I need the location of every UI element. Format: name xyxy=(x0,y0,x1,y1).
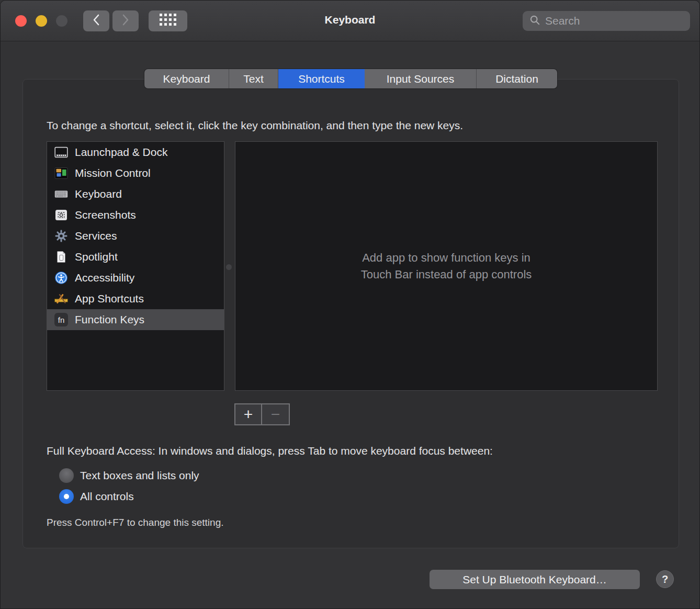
accessibility-icon xyxy=(54,271,68,285)
screenshots-icon xyxy=(54,208,68,222)
radio-option-text-boxes[interactable]: Text boxes and lists only xyxy=(59,468,199,483)
radio-option-all-controls[interactable]: All controls xyxy=(59,489,134,504)
list-item-function-keys[interactable]: fn Function Keys xyxy=(47,309,224,330)
add-app-button[interactable]: + xyxy=(235,404,262,424)
list-item-screenshots[interactable]: Screenshots xyxy=(47,205,224,225)
list-item-label: Accessibility xyxy=(75,272,134,284)
radio-button[interactable] xyxy=(59,489,74,504)
list-item-app-shortcuts[interactable]: App Shortcuts xyxy=(47,288,224,309)
remove-app-button: − xyxy=(262,404,289,424)
shortcuts-instruction-text: To change a shortcut, select it, click t… xyxy=(47,119,463,132)
launchpad-dock-icon xyxy=(54,145,68,159)
search-field[interactable] xyxy=(523,11,690,31)
list-item-label: App Shortcuts xyxy=(75,292,144,305)
setup-bluetooth-keyboard-button[interactable]: Set Up Bluetooth Keyboard… xyxy=(430,570,640,589)
list-item-label: Screenshots xyxy=(75,209,136,221)
tab-input-sources[interactable]: Input Sources xyxy=(365,69,477,88)
tab-keyboard[interactable]: Keyboard xyxy=(144,69,229,88)
list-item-label: Launchpad & Dock xyxy=(75,146,167,159)
list-item-label: Services xyxy=(75,230,117,242)
help-button[interactable]: ? xyxy=(656,570,674,588)
add-remove-button-group: + − xyxy=(234,403,290,425)
list-item-label: Spotlight xyxy=(75,251,118,263)
list-item-label: Mission Control xyxy=(75,167,151,179)
tab-dictation[interactable]: Dictation xyxy=(477,69,557,88)
control-f7-hint: Press Control+F7 to change this setting. xyxy=(47,517,223,528)
list-item-services[interactable]: Services xyxy=(47,225,224,246)
keyboard-icon xyxy=(54,187,68,201)
pane-splitter-handle[interactable] xyxy=(226,264,232,270)
fn-badge-icon: fn xyxy=(54,313,68,326)
list-item-spotlight[interactable]: Spotlight xyxy=(47,246,224,267)
function-keys-detail-panel: Add app to show function keys in Touch B… xyxy=(235,141,658,391)
radio-label: All controls xyxy=(80,490,134,503)
list-item-keyboard[interactable]: Keyboard xyxy=(47,184,224,205)
empty-state-message: Add app to show function keys in Touch B… xyxy=(361,250,532,283)
full-keyboard-access-label: Full Keyboard Access: In windows and dia… xyxy=(47,445,493,457)
mission-control-icon xyxy=(54,166,68,180)
list-item-accessibility[interactable]: Accessibility xyxy=(47,267,224,288)
search-icon xyxy=(529,15,540,28)
minus-icon: − xyxy=(271,407,280,422)
tab-shortcuts[interactable]: Shortcuts xyxy=(278,69,365,88)
list-item-launchpad-dock[interactable]: Launchpad & Dock xyxy=(47,142,224,163)
plus-icon: + xyxy=(244,407,253,422)
radio-label: Text boxes and lists only xyxy=(80,469,199,482)
keyboard-preferences-window: Keyboard Keyboard Text Shortcuts Input S… xyxy=(0,0,700,609)
radio-button[interactable] xyxy=(59,468,74,483)
tab-text[interactable]: Text xyxy=(229,69,278,88)
preferences-tabbar: Keyboard Text Shortcuts Input Sources Di… xyxy=(144,69,557,88)
list-item-mission-control[interactable]: Mission Control xyxy=(47,163,224,184)
spotlight-document-icon xyxy=(54,250,68,264)
list-item-label: Keyboard xyxy=(75,188,122,200)
titlebar: Keyboard xyxy=(1,1,699,41)
shortcut-category-list: Launchpad & Dock Mission Control xyxy=(47,141,224,391)
services-gear-icon xyxy=(54,229,68,243)
question-mark-icon: ? xyxy=(662,573,668,585)
search-input[interactable] xyxy=(545,15,676,27)
list-item-label: Function Keys xyxy=(75,313,144,326)
app-shortcuts-icon xyxy=(54,292,68,306)
